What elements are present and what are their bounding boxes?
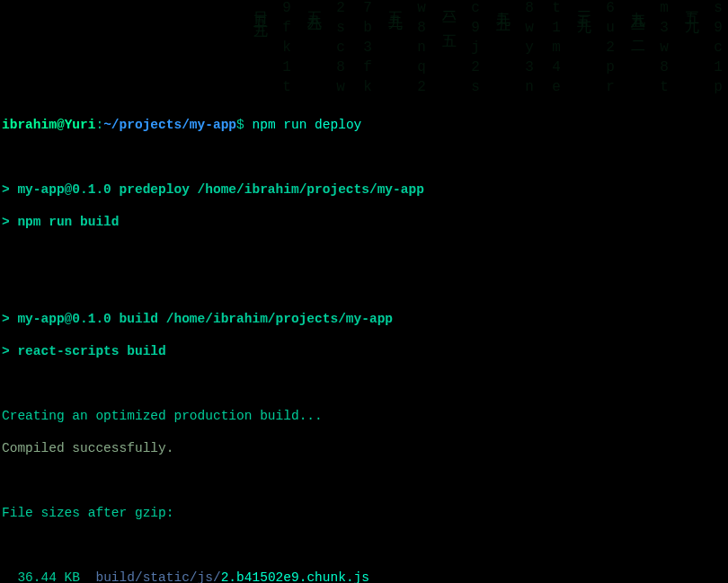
prompt-symbol: $: [236, 118, 244, 132]
compiled-success: Compiled successfully.: [2, 440, 726, 456]
build-cmd: > react-scripts build: [2, 343, 726, 359]
creating-build: Creating an optimized production build..…: [2, 408, 726, 424]
prompt-line[interactable]: ibrahim@Yuri:~/projects/my-app$ npm run …: [2, 117, 726, 133]
sizes-header: File sizes after gzip:: [2, 505, 726, 521]
command-input[interactable]: npm run deploy: [252, 118, 361, 132]
prompt-path: ~/projects/my-app: [103, 118, 236, 132]
prompt-host: Yuri: [65, 118, 96, 132]
terminal-output: ibrahim@Yuri:~/projects/my-app$ npm run …: [2, 101, 726, 583]
predeploy-cmd: > npm run build: [2, 214, 726, 230]
prompt-user: ibrahim: [2, 118, 57, 132]
build-header: > my-app@0.1.0 build /home/ibrahim/proje…: [2, 311, 726, 327]
file-row: 36.44 KB build/static/js/2.b41502e9.chun…: [2, 570, 726, 583]
predeploy-header: > my-app@0.1.0 predeploy /home/ibrahim/p…: [2, 181, 726, 198]
